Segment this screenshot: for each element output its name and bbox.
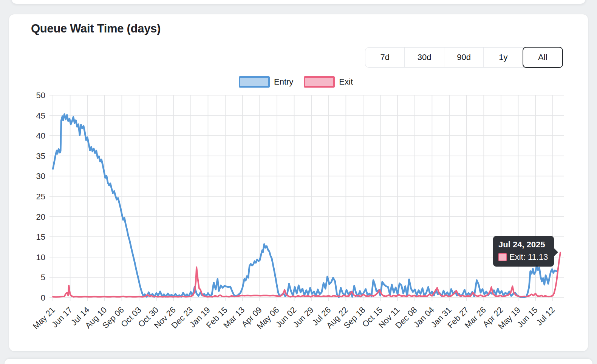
tooltip-value: Exit: 11.13 <box>509 252 548 262</box>
svg-text:10: 10 <box>36 253 45 262</box>
top-card-edge <box>11 0 586 4</box>
svg-text:Jul 12: Jul 12 <box>534 305 557 327</box>
range-button-1y[interactable]: 1y <box>483 48 523 67</box>
bottom-card-edge <box>5 359 592 364</box>
svg-text:35: 35 <box>36 151 45 161</box>
svg-text:40: 40 <box>36 131 45 140</box>
tooltip-exit-swatch <box>498 253 507 261</box>
page-background: Queue Wait Time (days) 7d 30d 90d 1y All… <box>0 0 597 364</box>
svg-text:20: 20 <box>36 212 45 222</box>
chart-title: Queue Wait Time (days) <box>31 22 161 35</box>
time-range-selector: 7d 30d 90d 1y All <box>365 47 563 68</box>
range-button-7d[interactable]: 7d <box>365 48 404 67</box>
svg-text:0: 0 <box>41 293 45 302</box>
svg-text:50: 50 <box>36 91 45 100</box>
range-button-30d[interactable]: 30d <box>404 48 444 67</box>
svg-text:May 21: May 21 <box>31 305 57 331</box>
tooltip-caret <box>554 248 558 256</box>
svg-text:30: 30 <box>36 171 45 181</box>
range-button-90d[interactable]: 90d <box>444 48 483 67</box>
svg-text:25: 25 <box>36 192 45 201</box>
active-range-indicator <box>523 47 563 68</box>
range-button-all[interactable]: All <box>523 48 562 67</box>
svg-text:45: 45 <box>36 111 45 120</box>
tooltip-date: Jul 24, 2025 <box>498 240 548 250</box>
svg-text:5: 5 <box>41 273 45 282</box>
svg-text:15: 15 <box>36 232 45 242</box>
chart-tooltip: Jul 24, 2025 Exit: 11.13 <box>493 236 554 267</box>
queue-wait-time-chart[interactable]: 05101520253035404550May 21Jun 17Jul 14Au… <box>9 70 588 349</box>
